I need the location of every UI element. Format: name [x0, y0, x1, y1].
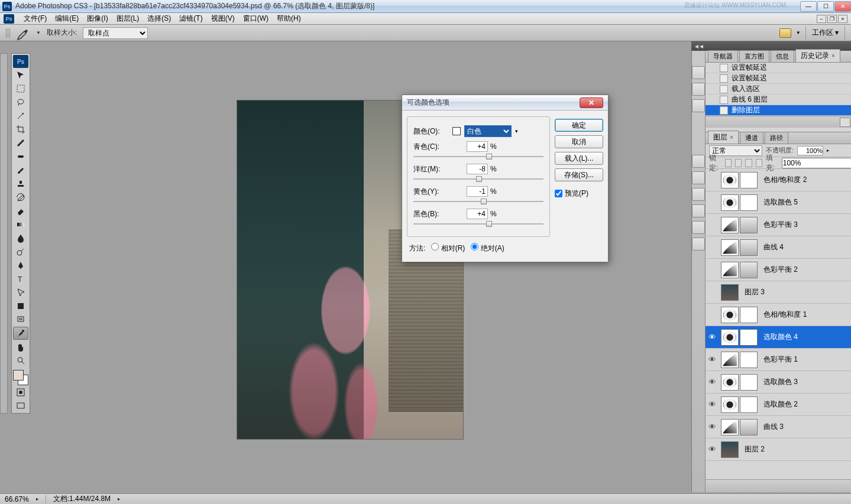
layer-mask-thumb[interactable] [740, 262, 758, 278]
tab-info[interactable]: 信息 [771, 50, 794, 62]
crop-tool[interactable] [13, 123, 28, 136]
layer-thumb[interactable] [721, 194, 739, 211]
layer-name[interactable]: 色相/饱和度 1 [763, 310, 807, 320]
layer-thumb[interactable] [721, 396, 739, 413]
layer-name[interactable]: 选取颜色 5 [763, 197, 798, 207]
layer-thumb[interactable] [721, 441, 739, 458]
slider-value-input[interactable] [467, 141, 488, 152]
layer-row[interactable]: 👁 选取颜色 4 [706, 326, 851, 349]
load-button[interactable]: 载入(L)... [555, 152, 603, 165]
lock-position-button[interactable] [745, 159, 752, 167]
history-item[interactable]: 设置帧延迟 [706, 73, 851, 84]
slider-value-input[interactable] [467, 186, 488, 197]
shape-tool[interactable] [13, 300, 28, 313]
layer-mask-thumb[interactable] [740, 239, 758, 256]
pen-tool[interactable] [13, 259, 28, 272]
layer-row[interactable]: 👁 图层 2 [706, 438, 851, 461]
stamp-tool[interactable] [13, 177, 28, 190]
layer-mask-thumb[interactable] [740, 194, 758, 211]
layer-mask-thumb[interactable] [740, 329, 758, 346]
layer-visibility-toggle[interactable]: 👁 [706, 378, 719, 386]
foreground-color-swatch[interactable] [13, 370, 24, 381]
menu-select[interactable]: 选择(S) [144, 12, 174, 25]
tab-navigator[interactable]: 导航器 [708, 50, 738, 62]
history-snapshot-button[interactable] [840, 118, 850, 127]
ok-button[interactable]: 确定 [555, 119, 603, 132]
layer-name[interactable]: 色彩平衡 3 [763, 220, 798, 230]
notes-tool[interactable] [13, 313, 28, 326]
dock-actions-icon[interactable] [692, 238, 705, 251]
layer-visibility-toggle[interactable]: 👁 [706, 400, 719, 409]
layer-name[interactable]: 色相/饱和度 2 [763, 175, 807, 185]
blur-tool[interactable] [13, 232, 28, 245]
history-item[interactable]: 载入选区 [706, 84, 851, 95]
workspace-switcher[interactable]: 工作区 ▾ [805, 26, 845, 40]
status-arrow-icon[interactable]: ▸ [118, 496, 120, 502]
layer-thumb[interactable] [721, 419, 739, 435]
dock-color-icon[interactable] [692, 155, 705, 168]
layer-name[interactable]: 曲线 4 [763, 242, 784, 252]
menu-layer[interactable]: 图层(L) [113, 12, 143, 25]
dropdown-arrow-icon[interactable]: ▼ [36, 30, 41, 35]
layer-mask-thumb[interactable] [740, 217, 758, 233]
layer-thumb[interactable] [721, 217, 739, 233]
layer-mask-thumb[interactable] [740, 172, 758, 188]
tab-layers[interactable]: 图层× [708, 131, 739, 144]
history-item[interactable]: 曲线 6 图层 [706, 95, 851, 105]
select-arrow-icon[interactable]: ▾ [515, 128, 518, 134]
eraser-tool[interactable] [13, 204, 28, 217]
menu-filter[interactable]: 滤镜(T) [176, 12, 206, 25]
bridge-arrow-icon[interactable]: ▼ [796, 30, 801, 35]
cancel-button[interactable]: 取消 [555, 135, 603, 148]
layer-name[interactable]: 选取颜色 4 [763, 332, 798, 342]
wand-tool[interactable] [13, 109, 28, 122]
layer-thumb[interactable] [721, 262, 739, 278]
save-button[interactable]: 存储(S)... [555, 168, 603, 181]
fill-input[interactable] [782, 158, 851, 168]
dodge-tool[interactable] [13, 245, 28, 258]
layer-name[interactable]: 图层 3 [745, 287, 765, 297]
layer-row[interactable]: 色相/饱和度 1 [706, 304, 851, 326]
doc-minimize-button[interactable]: – [817, 15, 826, 23]
zoom-value[interactable]: 66.67% [5, 495, 29, 503]
screenmode-toggle[interactable] [13, 399, 28, 412]
layer-row[interactable]: 👁 选取颜色 2 [706, 394, 851, 416]
slider-thumb[interactable] [486, 154, 492, 160]
lock-transparency-button[interactable] [725, 159, 732, 167]
layer-thumb[interactable] [721, 352, 739, 368]
dock-histogram-icon[interactable] [692, 83, 705, 96]
type-tool[interactable]: T [13, 272, 28, 285]
menu-view[interactable]: 视图(V) [208, 12, 238, 25]
layer-row[interactable]: 👁 选取颜色 3 [706, 371, 851, 394]
layer-thumb[interactable] [721, 284, 739, 301]
ps-logo-tool[interactable]: Ps [13, 55, 28, 68]
layer-name[interactable]: 色彩平衡 1 [763, 355, 798, 365]
layer-mask-thumb[interactable] [740, 352, 758, 368]
slider-track[interactable] [413, 199, 543, 204]
options-grip[interactable] [6, 28, 10, 38]
dock-character-icon[interactable] [692, 204, 705, 217]
menu-file[interactable]: 文件(F) [20, 12, 50, 25]
minimize-button[interactable]: — [800, 1, 817, 12]
dock-paragraph-icon[interactable] [692, 221, 705, 234]
lock-pixels-button[interactable] [735, 159, 742, 167]
brush-tool[interactable] [13, 164, 28, 177]
layer-visibility-toggle[interactable]: 👁 [706, 445, 719, 454]
layer-thumb[interactable] [721, 172, 739, 188]
tab-channels[interactable]: 通道 [740, 132, 763, 144]
dock-swatches-icon[interactable] [692, 171, 705, 184]
doc-restore-button[interactable]: ❐ [827, 15, 837, 23]
preview-checkbox[interactable]: 预览(P) [555, 188, 603, 199]
slider-track[interactable] [413, 221, 543, 227]
lock-all-button[interactable] [756, 159, 762, 167]
color-swatches[interactable] [13, 370, 28, 385]
history-item[interactable]: 设置帧延迟 [706, 63, 851, 73]
layer-row[interactable]: 色彩平衡 2 [706, 259, 851, 281]
lasso-tool[interactable] [13, 96, 28, 109]
dock-navigator-icon[interactable] [692, 66, 705, 79]
zoom-arrow-icon[interactable]: ▸ [36, 496, 38, 502]
layer-mask-thumb[interactable] [740, 374, 758, 391]
bridge-icon[interactable] [779, 28, 791, 38]
layer-mask-thumb[interactable] [740, 396, 758, 413]
layer-name[interactable]: 选取颜色 2 [763, 399, 798, 409]
